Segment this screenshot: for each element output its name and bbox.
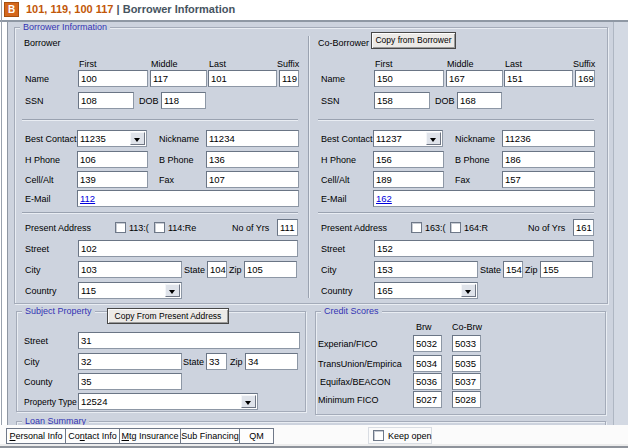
tab-personal-info[interactable]: Personal Info bbox=[6, 428, 66, 444]
divider bbox=[318, 212, 594, 214]
tab-qm[interactable]: QM bbox=[239, 428, 274, 444]
sp-city-field[interactable]: 32 bbox=[78, 353, 182, 370]
borrower-email-field[interactable]: 112 bbox=[77, 190, 299, 207]
co-dob-label: DOB bbox=[435, 96, 455, 107]
co-cell-alt-label: Cell/Alt bbox=[321, 175, 350, 186]
coborrower-own-checkbox[interactable] bbox=[411, 222, 422, 233]
coborrower-last-name-field[interactable]: 151 bbox=[504, 70, 573, 87]
borrower-ssn-field[interactable]: 108 bbox=[78, 92, 134, 109]
best-contact-label: Best Contact bbox=[25, 134, 77, 145]
borrower-zip-field[interactable]: 105 bbox=[244, 261, 297, 278]
coborrower-middle-name-field[interactable]: 167 bbox=[446, 70, 503, 87]
cell-alt-label: Cell/Alt bbox=[25, 175, 54, 186]
coborrower-rent-checkbox[interactable] bbox=[450, 222, 461, 233]
equifax-label: Equifax/BEACON bbox=[320, 377, 391, 388]
coborrower-street-field[interactable]: 152 bbox=[374, 240, 594, 257]
minimum-fico-cobrw-field[interactable]: 5028 bbox=[452, 391, 481, 408]
tab-contact-info[interactable]: Contact Info bbox=[65, 428, 120, 444]
borrower-last-name-field[interactable]: 101 bbox=[208, 70, 277, 87]
form-content: Borrower Information Borrower Co-Borrowe… bbox=[0, 0, 628, 425]
dropdown-arrow-icon[interactable] bbox=[426, 132, 441, 145]
experian-cobrw-field[interactable]: 5033 bbox=[452, 335, 481, 352]
keep-open-checkbox[interactable] bbox=[373, 430, 384, 441]
column-divider bbox=[308, 36, 310, 298]
borrower-rent-checkbox-label: 114:Re bbox=[168, 223, 196, 234]
dropdown-arrow-icon[interactable] bbox=[165, 284, 180, 297]
borrower-information-group-title: Borrower Information bbox=[20, 22, 110, 33]
coborrower-first-name-field[interactable]: 150 bbox=[374, 70, 444, 87]
coborrower-country-dropdown[interactable]: 165 bbox=[374, 282, 478, 299]
equifax-cobrw-field[interactable]: 5037 bbox=[452, 373, 481, 390]
sp-street-field[interactable]: 31 bbox=[78, 332, 300, 349]
sp-state-field[interactable]: 33 bbox=[206, 353, 227, 370]
dropdown-arrow-icon[interactable] bbox=[130, 132, 145, 145]
coborrower-no-of-yrs-field[interactable]: 161 bbox=[573, 219, 594, 236]
b-phone-label: B Phone bbox=[159, 155, 194, 166]
coborrower-dob-field[interactable]: 168 bbox=[457, 92, 502, 109]
nickname-label: Nickname bbox=[159, 134, 199, 145]
sp-property-type-dropdown[interactable]: 12524 bbox=[78, 393, 258, 410]
borrower-street-field[interactable]: 102 bbox=[78, 240, 298, 257]
coborrower-zip-field[interactable]: 155 bbox=[540, 261, 593, 278]
borrower-fax-field[interactable]: 107 bbox=[206, 171, 299, 188]
borrower-b-phone-field[interactable]: 136 bbox=[206, 151, 299, 168]
borrower-rent-checkbox[interactable] bbox=[154, 222, 165, 233]
transunion-cobrw-field[interactable]: 5035 bbox=[452, 355, 481, 372]
borrower-cell-field[interactable]: 139 bbox=[77, 171, 148, 188]
divider bbox=[22, 119, 298, 121]
co-no-of-yrs-label: No of Yrs bbox=[528, 223, 565, 234]
borrower-middle-name-field[interactable]: 117 bbox=[150, 70, 207, 87]
co-state-label: State bbox=[480, 265, 501, 276]
tab-sub-financing[interactable]: Sub Financing bbox=[180, 428, 240, 444]
ssn-label: SSN bbox=[25, 96, 44, 107]
borrower-no-of-yrs-field[interactable]: 111 bbox=[277, 219, 298, 236]
experian-brw-field[interactable]: 5032 bbox=[413, 335, 442, 352]
coborrower-state-field[interactable]: 154 bbox=[503, 261, 523, 278]
coborrower-suffix-field[interactable]: 169 bbox=[575, 70, 595, 87]
loan-summary-group-title: Loan Summary bbox=[22, 416, 89, 425]
coborrower-city-field[interactable]: 153 bbox=[374, 261, 478, 278]
copy-from-present-address-button[interactable]: Copy From Present Address bbox=[107, 308, 229, 324]
borrower-header: Borrower bbox=[24, 38, 61, 49]
coborrower-best-contact-dropdown[interactable]: 11237 bbox=[373, 130, 443, 147]
sp-street-label: Street bbox=[24, 336, 48, 347]
borrower-dob-field[interactable]: 118 bbox=[161, 92, 206, 109]
co-zip-label: Zip bbox=[525, 265, 538, 276]
coborrower-h-phone-field[interactable]: 156 bbox=[373, 151, 444, 168]
minimum-fico-brw-field[interactable]: 5027 bbox=[413, 391, 442, 408]
sp-county-label: County bbox=[24, 377, 53, 388]
coborrower-cell-field[interactable]: 189 bbox=[373, 171, 444, 188]
borrower-h-phone-field[interactable]: 106 bbox=[77, 151, 148, 168]
tab-mtg-insurance[interactable]: Mtg Insurance bbox=[119, 428, 181, 444]
coborrower-ssn-field[interactable]: 158 bbox=[374, 92, 430, 109]
transunion-brw-field[interactable]: 5034 bbox=[413, 355, 442, 372]
borrower-suffix-field[interactable]: 119 bbox=[279, 70, 299, 87]
no-of-yrs-label: No of Yrs bbox=[232, 223, 269, 234]
borrower-country-dropdown[interactable]: 115 bbox=[78, 282, 182, 299]
co-middle-header: Middle bbox=[447, 59, 474, 70]
country-label: Country bbox=[25, 286, 57, 297]
coborrower-nickname-field[interactable]: 11236 bbox=[502, 130, 595, 147]
borrower-own-checkbox[interactable] bbox=[115, 222, 126, 233]
sp-zip-label: Zip bbox=[230, 357, 243, 368]
borrower-city-field[interactable]: 103 bbox=[78, 261, 182, 278]
dropdown-arrow-icon[interactable] bbox=[461, 284, 476, 297]
sp-zip-field[interactable]: 34 bbox=[245, 353, 298, 370]
borrower-best-contact-dropdown[interactable]: 11235 bbox=[77, 130, 147, 147]
zip-label: Zip bbox=[229, 265, 242, 276]
co-first-header: First bbox=[375, 59, 393, 70]
equifax-brw-field[interactable]: 5036 bbox=[413, 373, 442, 390]
copy-from-borrower-button[interactable]: Copy from Borrower bbox=[371, 32, 456, 49]
borrower-nickname-field[interactable]: 11234 bbox=[206, 130, 299, 147]
coborrower-b-phone-field[interactable]: 186 bbox=[502, 151, 595, 168]
borrower-state-field[interactable]: 104 bbox=[207, 261, 227, 278]
present-address-label: Present Address bbox=[25, 223, 91, 234]
sp-county-field[interactable]: 35 bbox=[78, 373, 182, 390]
minimum-fico-label: Minimum FICO bbox=[318, 395, 379, 406]
borrower-first-name-field[interactable]: 100 bbox=[78, 70, 148, 87]
sp-city-label: City bbox=[24, 357, 40, 368]
coborrower-fax-field[interactable]: 157 bbox=[502, 171, 595, 188]
transunion-label: TransUnion/Empirica bbox=[318, 359, 402, 370]
dropdown-arrow-icon[interactable] bbox=[241, 395, 256, 408]
coborrower-email-field[interactable]: 162 bbox=[373, 190, 595, 207]
